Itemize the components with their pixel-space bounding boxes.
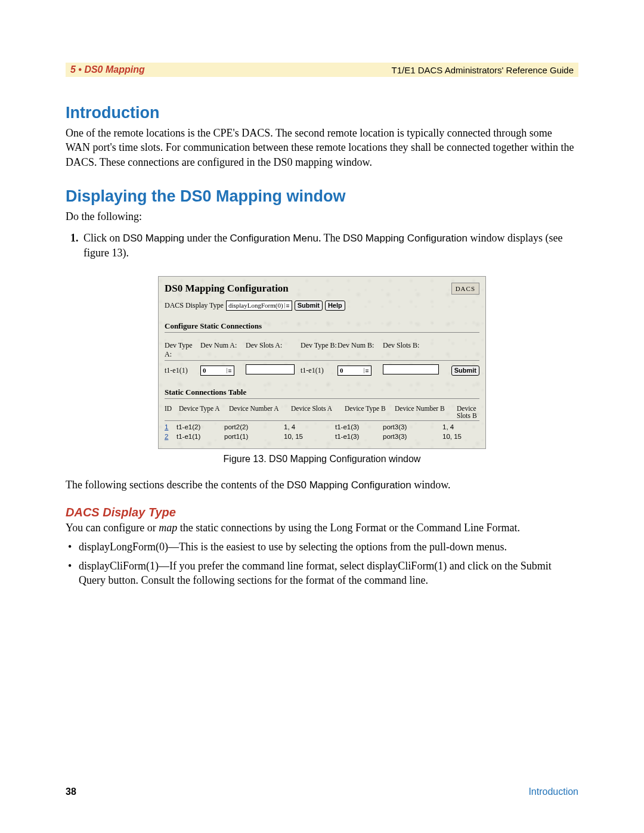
cell-id[interactable]: 2 — [165, 433, 177, 440]
devnum-b-select[interactable]: 0 — [338, 366, 371, 376]
table-header-row: ID Device Type A Device Number A Device … — [165, 405, 479, 421]
step1-text-c: . The — [318, 232, 343, 244]
hdr-devnum-a: Dev Num A: — [200, 341, 246, 361]
hdr-devslots-a: Dev Slots A: — [246, 341, 301, 361]
display-type-select[interactable]: displayLongForm(0) — [226, 301, 292, 311]
th-dsb: Device Slots B — [457, 405, 479, 419]
page-footer: 38 Introduction — [66, 786, 578, 797]
devtype-a-value: t1-e1(1) — [165, 366, 200, 375]
display-type-bullets: displayLongForm(0)—This is the easiest t… — [66, 540, 578, 588]
table-row: 1 t1-e1(2) port2(2) 1, 4 t1-e1(3) port3(… — [165, 423, 479, 431]
cell-dna: port2(2) — [224, 423, 284, 431]
step1-term-ds0-mapping: DS0 Mapping — [123, 233, 184, 244]
configure-static-heading: Configure Static Connections — [165, 321, 479, 331]
document-page: 5 • DS0 Mapping T1/E1 DACS Administrator… — [0, 0, 644, 833]
hdr-devtype-b: Dev Type B: — [301, 341, 338, 361]
cell-dsa: 10, 15 — [284, 433, 335, 440]
step1-text-b: under the — [184, 232, 230, 244]
cell-dtb: t1-e1(3) — [335, 433, 383, 440]
devslots-a-input[interactable] — [246, 364, 295, 374]
steps-list: Click on DS0 Mapping under the Configura… — [66, 231, 578, 261]
cell-dsa: 1, 4 — [284, 423, 335, 431]
do-following-text: Do the following: — [66, 209, 578, 224]
header-chapter: 5 • DS0 Mapping — [70, 64, 145, 75]
column-headers: Dev Type A: Dev Num A: Dev Slots A: Dev … — [165, 341, 479, 361]
cell-dna: port1(1) — [224, 433, 284, 440]
figure-13-wrap: DS0 Mapping Configuration DACS DACS Disp… — [66, 276, 578, 449]
devslots-b-input[interactable] — [383, 364, 439, 374]
cell-id[interactable]: 1 — [165, 423, 177, 431]
page-number: 38 — [66, 786, 76, 797]
after-fig-a: The following sections describe the cont… — [66, 479, 287, 491]
cell-dsb: 1, 4 — [442, 423, 479, 431]
help-button[interactable]: Help — [325, 301, 345, 311]
display-type-label: DACS Display Type — [165, 301, 224, 310]
after-figure-paragraph: The following sections describe the cont… — [66, 478, 578, 493]
table-row: 2 t1-e1(1) port1(1) 10, 15 t1-e1(3) port… — [165, 433, 479, 440]
th-dna: Device Number A — [229, 405, 291, 419]
page-header: 5 • DS0 Mapping T1/E1 DACS Administrator… — [66, 63, 578, 77]
divider-1 — [165, 332, 479, 333]
dt-body-b: the static connections by using the Long… — [177, 522, 520, 534]
th-dta: Device Type A — [179, 405, 229, 419]
step1-term-window: DS0 Mapping Configuration — [343, 233, 467, 244]
step1-term-config-menu: Configuration Menu — [230, 233, 318, 244]
bullet-longform: displayLongForm(0)—This is the easiest t… — [79, 540, 578, 554]
header-guide-title: T1/E1 DACS Administrators' Reference Gui… — [392, 65, 574, 75]
cell-dsb: 10, 15 — [442, 433, 479, 440]
cell-dnb: port3(3) — [383, 423, 442, 431]
hdr-devnum-b: Dev Num B: — [338, 341, 383, 361]
ds0-config-window: DS0 Mapping Configuration DACS DACS Disp… — [158, 276, 486, 449]
window-title: DS0 Mapping Configuration — [165, 283, 289, 295]
devtype-b-value: t1-e1(1) — [301, 366, 338, 375]
after-fig-b: window. — [411, 479, 451, 491]
divider-2 — [165, 398, 479, 399]
step-1: Click on DS0 Mapping under the Configura… — [81, 231, 578, 261]
th-dsa: Device Slots A — [291, 405, 345, 419]
hdr-devtype-a: Dev Type A: — [165, 341, 200, 361]
figure-caption: Figure 13. DS0 Mapping Configuration win… — [66, 454, 578, 465]
dt-body-em: map — [159, 522, 177, 534]
cell-dta: t1-e1(2) — [177, 423, 224, 431]
static-table-heading: Static Connections Table — [165, 388, 479, 397]
dt-body-a: You can configure or — [66, 522, 159, 534]
heading-introduction: Introduction — [66, 104, 578, 122]
th-dnb: Device Number B — [395, 405, 457, 419]
dacs-badge: DACS — [451, 283, 479, 295]
cell-dnb: port3(3) — [383, 433, 442, 440]
intro-paragraph: One of the remote locations is the CPE's… — [66, 126, 578, 169]
footer-section: Introduction — [528, 786, 578, 797]
submit-button-row[interactable]: Submit — [451, 366, 479, 376]
heading-displaying-window: Displaying the DS0 Mapping window — [66, 187, 578, 206]
devnum-a-select[interactable]: 0 — [200, 366, 234, 376]
heading-dacs-display-type: DACS Display Type — [66, 506, 578, 519]
input-row: t1-e1(1) 0 t1-e1(1) 0 Submit — [165, 364, 479, 377]
cell-dta: t1-e1(1) — [177, 433, 224, 440]
th-dtb: Device Type B — [345, 405, 395, 419]
cell-dtb: t1-e1(3) — [335, 423, 383, 431]
bullet-cliform: displayCliForm(1)—If you prefer the comm… — [79, 559, 578, 588]
th-id: ID — [165, 405, 179, 419]
after-fig-term: DS0 Mapping Configuration — [287, 479, 411, 491]
step1-text-a: Click on — [83, 232, 123, 244]
hdr-devslots-b: Dev Slots B: — [383, 341, 479, 361]
display-type-paragraph: You can configure or map the static conn… — [66, 521, 578, 535]
submit-button-top[interactable]: Submit — [295, 301, 323, 311]
